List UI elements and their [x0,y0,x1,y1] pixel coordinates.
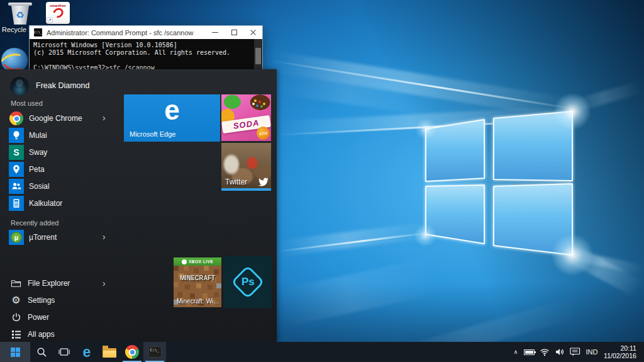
most-used-header: Most used [11,99,43,107]
photoshop-logo-icon: Ps [231,265,265,299]
all-apps-icon [11,329,21,339]
windows-logo [412,102,582,263]
menu-item-label: Mulai [29,131,47,140]
minimize-button[interactable] [206,26,225,39]
close-icon [250,29,257,36]
cmd-output-line: (c) 2015 Microsoft Corporation. All righ… [33,49,251,57]
menu-item-label: Peta [29,165,45,174]
user-name[interactable]: Freak Diamond [36,81,89,90]
battery-icon [524,349,535,355]
corner-glow [414,224,436,247]
utorrent-icon: µ [9,230,24,245]
taskbar-file-explorer-button[interactable] [98,342,121,362]
shortcut-arrow-icon: ↗ [47,17,53,23]
menu-item-label: Sosial [29,182,50,191]
start-menu: Freak Diamond Most used Google Chrome › … [0,69,277,342]
calculator-icon [9,196,24,211]
battery-indicator[interactable] [521,342,537,362]
cmd-output-line: Microsoft Windows [Version 10.0.10586] [33,42,251,49]
menu-item-sway[interactable]: S Sway [0,144,123,161]
menu-item-label: File Explorer [28,279,70,288]
start-button[interactable] [0,342,30,362]
menu-item-peta[interactable]: Peta [0,161,123,178]
taskbar: e C:\_ ∧ [0,342,644,362]
corner-glow [551,234,594,276]
tile-label: Microsoft Edge [130,130,175,138]
tile-microsoft-edge[interactable]: e Microsoft Edge [124,94,220,142]
show-hidden-icons-button[interactable]: ∧ [510,342,521,362]
folder-icon [11,278,21,288]
lightbulb-icon [9,128,24,143]
dirt-texture [174,266,179,271]
tile-label: Minecraft: Wi... [177,298,219,305]
chevron-right-icon[interactable]: › [103,278,106,288]
smartfren-icon-text: smartfren [46,4,70,8]
xbox-live-banner: XBOX LIVE [174,257,221,266]
desktop-icon-smartfren[interactable]: smartfren ↗ [39,2,77,24]
twitter-bird-icon [258,178,269,186]
corner-glow [415,118,436,140]
taskbar-clock[interactable]: 20:11 11/02/2016 [601,342,641,362]
tile-accent-bar [221,188,271,191]
tile-twitter[interactable]: Twitter [221,143,271,191]
recycle-symbol-icon: ♻ [10,9,30,21]
cmd-window-title: Administrator: Command Prompt - sfc /sca… [47,29,206,37]
menu-item-settings[interactable]: ⚙ Settings [0,294,123,308]
menu-item-utorrent[interactable]: µ µTorrent › [0,229,123,246]
xbox-logo-icon [182,259,187,264]
menu-item-label: All apps [28,330,55,339]
language-indicator[interactable]: IND [582,342,601,362]
cmd-window-icon: C:\_ [34,28,42,37]
menu-item-label: Settings [28,296,55,305]
tile-minecraft[interactable]: XBOX LIVE MINECRAFT Minecraft: Wi... [174,257,221,307]
tile-label: Twitter [225,178,247,186]
chevron-right-icon[interactable]: › [103,232,106,242]
smartfren-swoosh [51,6,65,20]
taskbar-search-button[interactable] [30,342,53,362]
maximize-button[interactable] [225,26,243,39]
map-pin-icon [9,162,24,177]
menu-item-label: Google Chrome [29,114,82,123]
system-tray: ∧ [510,342,644,362]
clock-time: 20:11 [604,344,636,352]
menu-item-mulai[interactable]: Mulai [0,127,123,144]
gear-icon: ⚙ [11,295,21,305]
menu-item-kalkulator[interactable]: Kalkulator [0,195,123,212]
minecraft-logo: MINECRAFT [176,274,219,281]
close-button[interactable] [243,26,262,39]
clock-date: 11/02/2016 [604,352,636,359]
edge-logo-icon: e [124,94,220,126]
menu-item-google-chrome[interactable]: Google Chrome › [0,110,123,127]
tile-candy-crush-soda[interactable]: SODA King [221,94,271,141]
menu-item-power[interactable]: Power [0,311,123,325]
tile-photoshop-express[interactable]: Ps [223,256,272,308]
taskbar-cmd-button[interactable]: C:\_ [143,342,166,362]
search-icon [36,347,47,358]
task-view-button[interactable] [53,342,75,362]
menu-item-label: Kalkulator [29,199,62,208]
menu-item-all-apps[interactable]: All apps [0,328,123,342]
user-avatar[interactable] [10,77,29,96]
menu-item-label: Power [28,313,49,322]
file-explorer-icon [103,347,116,358]
menu-item-file-explorer[interactable]: File Explorer › [0,277,123,291]
cmd-title-bar[interactable]: C:\_ Administrator: Command Prompt - sfc… [30,26,262,39]
menu-item-sosial[interactable]: Sosial [0,178,123,195]
maximize-icon [231,30,237,35]
speaker-icon [555,348,564,356]
volume-indicator[interactable] [552,342,567,362]
power-icon [11,312,21,322]
action-center-button[interactable] [567,342,582,362]
taskbar-edge-button[interactable]: e [75,342,98,362]
edge-icon: e [83,344,91,360]
people-icon [9,179,24,194]
chevron-right-icon[interactable]: › [103,113,106,123]
corner-glow [553,93,591,130]
candy-sprinkles [254,99,257,102]
wifi-icon [540,348,550,356]
taskbar-chrome-button[interactable] [121,342,143,362]
scrollbar-thumb[interactable] [255,48,261,64]
wifi-indicator[interactable] [537,342,552,362]
minimize-icon [212,32,218,33]
task-view-icon [58,347,70,357]
